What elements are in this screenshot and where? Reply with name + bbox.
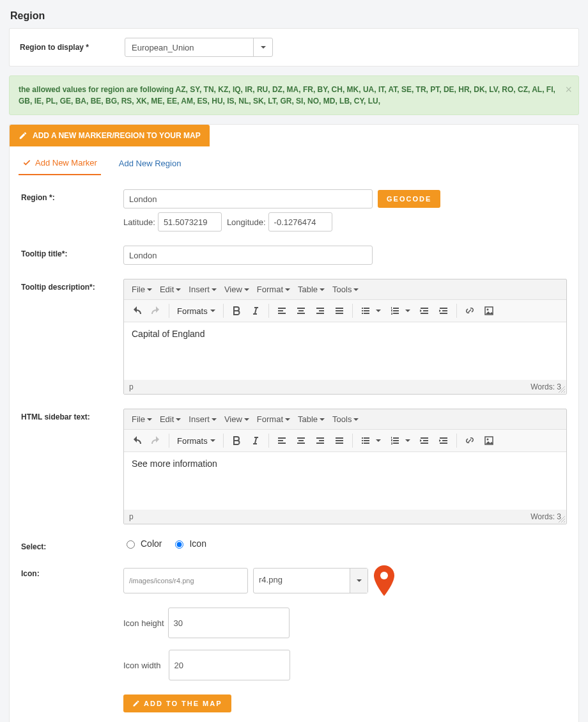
align-center-icon [296,306,306,316]
sidebar-text-content[interactable]: See more information [124,452,566,510]
resize-grip-icon[interactable] [559,386,565,393]
latitude-label: Latitude: [123,217,155,227]
menu-insert[interactable]: Insert [186,283,219,295]
align-justify-button[interactable] [330,432,348,449]
radio-color[interactable]: Color [123,538,162,549]
longitude-input[interactable] [268,212,332,232]
align-left-icon [277,306,287,316]
link-button[interactable] [461,432,479,449]
undo-button[interactable] [128,302,146,319]
select-label: Select: [21,538,123,551]
icon-file-caret[interactable] [350,569,368,593]
align-justify-icon [334,436,344,446]
align-center-button[interactable] [292,432,310,449]
tooltip-title-input[interactable] [123,246,373,265]
menu-view[interactable]: View [222,413,252,425]
radio-icon-input[interactable] [175,540,183,549]
align-right-button[interactable] [311,302,329,319]
menu-file[interactable]: File [129,413,155,425]
icon-height-input[interactable] [168,608,290,638]
menu-edit[interactable]: Edit [157,283,183,295]
resize-grip-icon[interactable] [559,516,565,522]
menu-view[interactable]: View [222,283,252,295]
bullet-list-button[interactable] [357,302,375,319]
tooltip-title-label: Tooltip title*: [21,246,123,258]
bold-button[interactable] [228,302,245,319]
image-button[interactable] [480,302,498,319]
tooltip-desc-content[interactable]: Capital of England [124,322,566,380]
menu-table[interactable]: Table [295,283,327,295]
redo-button[interactable] [147,432,165,449]
indent-icon [438,306,449,316]
italic-button[interactable] [247,432,265,449]
redo-icon [151,436,161,446]
radio-icon[interactable]: Icon [172,538,206,549]
region-display-caret[interactable] [253,38,272,56]
bullet-list-icon [360,306,371,316]
align-right-icon [315,306,325,316]
sidebar-text-editor: File Edit Insert View Format Table Tools… [123,409,567,524]
link-button[interactable] [461,302,479,319]
region-input[interactable] [123,189,373,208]
redo-button[interactable] [147,302,165,319]
radio-color-input[interactable] [127,540,135,549]
outdent-icon [419,306,429,316]
menu-tools[interactable]: Tools [330,413,361,425]
menu-table[interactable]: Table [295,413,327,425]
align-right-button[interactable] [311,432,329,449]
align-left-button[interactable] [273,432,291,449]
tab-add-region[interactable]: Add New Region [115,153,185,175]
region-label: Region *: [21,189,123,202]
align-justify-button[interactable] [330,302,348,319]
radio-icon-label: Icon [189,538,206,549]
redo-icon [151,306,161,316]
region-display-value: European_Union [125,38,253,56]
longitude-label: Longitude: [227,217,266,227]
numbered-list-button[interactable] [386,302,404,319]
align-center-button[interactable] [292,302,310,319]
alert-text: the allowed values for region are follow… [19,85,555,106]
undo-button[interactable] [128,432,146,449]
icon-file-value: r4.png [254,569,350,593]
outdent-button[interactable] [415,432,433,449]
tab-add-marker[interactable]: Add New Marker [19,153,101,175]
numbered-list-icon [390,306,400,316]
panel-header: ADD A NEW MARKER/REGION TO YOUR MAP [10,125,210,146]
menu-edit[interactable]: Edit [157,413,183,425]
tooltip-desc-path: p [129,382,134,391]
menu-format[interactable]: Format [254,283,293,295]
allowed-values-alert: the allowed values for region are follow… [9,75,579,115]
icon-file-select[interactable]: r4.png [253,568,368,593]
icon-width-input[interactable] [169,650,290,680]
alert-close-button[interactable]: × [565,81,572,98]
italic-icon [251,436,261,446]
align-left-icon [277,436,287,446]
add-to-map-button[interactable]: ADD TO THE MAP [123,695,231,712]
latitude-input[interactable] [158,212,222,232]
menu-file[interactable]: File [129,283,155,295]
chevron-down-icon [261,46,266,49]
align-left-button[interactable] [273,302,291,319]
indent-button[interactable] [435,432,453,449]
formats-dropdown[interactable]: Formats [173,436,219,446]
bullet-list-button[interactable] [357,432,375,449]
align-right-icon [315,436,325,446]
panel-header-title: ADD A NEW MARKER/REGION TO YOUR MAP [33,131,201,140]
indent-button[interactable] [435,302,453,319]
menu-format[interactable]: Format [254,413,293,425]
link-icon [465,306,475,316]
sidebar-text-label: HTML sidebar text: [21,409,123,421]
geocode-button[interactable]: GEOCODE [378,190,440,208]
radio-color-label: Color [141,538,162,549]
menu-tools[interactable]: Tools [330,283,361,295]
italic-button[interactable] [247,302,265,319]
icon-label: Icon: [21,565,123,578]
image-button[interactable] [480,432,498,449]
region-display-select[interactable]: European_Union [125,38,273,57]
outdent-button[interactable] [415,302,433,319]
bold-button[interactable] [228,432,245,449]
formats-dropdown[interactable]: Formats [173,306,219,316]
tooltip-desc-words: Words: 3 [530,382,561,391]
numbered-list-button[interactable] [386,432,404,449]
menu-insert[interactable]: Insert [186,413,219,425]
